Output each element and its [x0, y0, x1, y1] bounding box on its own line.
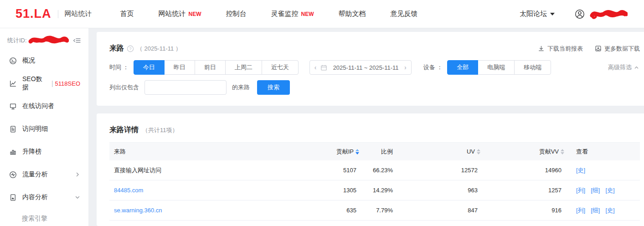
uv-value: 963	[397, 187, 481, 194]
ip-value: 1305	[292, 187, 360, 194]
svg-text:?: ?	[129, 46, 131, 51]
nav-item-feedback[interactable]: 意见反馈	[391, 10, 418, 18]
sort-icon	[355, 149, 359, 154]
sidebar-item-online-visitors[interactable]: 在线访问者	[0, 95, 88, 118]
detail-doc-icon	[9, 125, 17, 133]
vv-value: 14960	[481, 167, 565, 174]
more-downloads-button[interactable]: 更多数据下载	[595, 45, 640, 53]
nav-item-stats[interactable]: 网站统计 NEW	[159, 10, 201, 18]
new-badge: NEW	[189, 11, 201, 17]
chevron-down-icon	[75, 195, 80, 200]
sidebar-collapse-icon[interactable]	[73, 37, 81, 44]
redacted-stat-id	[28, 35, 69, 46]
site-selector-dropdown[interactable]: 太阳论坛	[520, 10, 555, 18]
table-title: 来路详情	[109, 125, 139, 135]
gauge-icon	[9, 57, 17, 65]
divider	[58, 10, 58, 18]
seo-5118-link[interactable]: 5118SEO	[55, 80, 80, 87]
history-link[interactable]: [史]	[576, 166, 585, 175]
nav-item-monitor[interactable]: 灵雀监控 NEW	[271, 10, 314, 18]
uv-value: 12572	[397, 167, 481, 174]
time-option-yesterday[interactable]: 昨日	[164, 60, 195, 75]
logo[interactable]: 51.LA	[15, 7, 52, 21]
next-date-icon[interactable]: ›	[404, 64, 407, 71]
time-option-day-before[interactable]: 前日	[195, 60, 226, 75]
sidebar: 统计ID: 概况	[0, 28, 89, 226]
column-header-vv-sortable[interactable]: 贡献VV	[481, 148, 565, 156]
divider: |	[52, 80, 53, 87]
column-header-uv-sortable[interactable]: UV	[397, 148, 481, 155]
sort-icon	[477, 149, 480, 154]
pulse-icon	[9, 171, 17, 179]
nav-item-docs[interactable]: 帮助文档	[339, 10, 366, 18]
device-option-mobile[interactable]: 移动端	[514, 60, 551, 75]
table-header-row: 来路 贡献IP 比例 UV 贡献VV 查看	[109, 142, 640, 160]
help-icon[interactable]: ?	[127, 45, 134, 52]
sort-icon	[561, 149, 564, 154]
ratio-value: 66.23%	[360, 167, 397, 174]
device-option-all[interactable]: 全部	[447, 60, 478, 75]
ratio-value: 14.29%	[360, 187, 397, 194]
history-link[interactable]: [史]	[605, 186, 614, 195]
date-range-picker[interactable]: ‹ 2025-11-11 ~ 2025-11-11 ›	[309, 60, 412, 75]
bar-chart-icon	[9, 148, 17, 156]
referrer-search-input[interactable]	[144, 80, 227, 95]
detail-link[interactable]: [细]	[591, 206, 600, 215]
ip-value: 5107	[292, 167, 360, 174]
sidebar-item-seo[interactable]: SEO数据 | 5118SEO	[0, 72, 88, 95]
sidebar-menu: 概况 SEO数据 | 5118SEO 在线访问者	[0, 49, 88, 226]
search-button[interactable]: 搜索	[257, 80, 290, 95]
referrer-details-card: 来路详情 （共计11项） 来路 贡献IP 比例 UV 贡献VV	[97, 113, 644, 226]
time-filter-label: 时间 ：	[109, 63, 129, 72]
chevron-right-icon	[75, 172, 80, 177]
detail-link[interactable]: [细]	[591, 186, 600, 195]
line-chart-icon	[9, 80, 17, 87]
calendar-icon	[320, 64, 327, 71]
nav-item-home[interactable]: 首页	[120, 10, 134, 18]
time-option-today[interactable]: 今日	[134, 60, 165, 75]
column-header-view: 查看	[565, 148, 640, 156]
table-row: 84485.com 1305 14.29% 963 1257 [列] [细] […	[109, 180, 640, 200]
source-link[interactable]: se.warning.360.cn	[109, 207, 292, 214]
device-option-desktop[interactable]: 电脑端	[478, 60, 515, 75]
sidebar-item-ranking[interactable]: 升降榜	[0, 140, 88, 163]
nav-menu: 首页 网站统计 NEW 控制台 灵雀监控 NEW 帮助文档 意见反馈	[120, 10, 418, 18]
column-header-ratio: 比例	[360, 148, 397, 156]
sidebar-item-traffic-analysis[interactable]: 流量分析	[0, 163, 88, 186]
list-link[interactable]: [列]	[576, 206, 585, 215]
device-filter-group: 全部 电脑端 移动端	[447, 60, 551, 75]
column-header-source: 来路	[109, 148, 292, 156]
sidebar-item-visit-details[interactable]: 访问明细	[0, 118, 88, 140]
page-title: 来路	[109, 44, 124, 53]
history-link[interactable]: [史]	[605, 206, 614, 215]
nav-item-console[interactable]: 控制台	[226, 10, 247, 18]
sidebar-item-content-analysis[interactable]: 内容分析	[0, 186, 88, 209]
content-doc-icon	[9, 194, 17, 201]
table-row: 直接输入网址访问 5107 66.23% 12572 14960 [史]	[109, 160, 640, 180]
column-header-ip-sortable[interactable]: 贡献IP	[292, 148, 360, 156]
download-report-button[interactable]: 下载当前报表	[538, 45, 583, 53]
search-prefix-label: 列出仅包含	[109, 83, 139, 92]
prev-date-icon[interactable]: ‹	[314, 64, 317, 71]
box-download-icon	[595, 45, 602, 52]
time-option-last-tuesday[interactable]: 上周二	[225, 60, 262, 75]
vv-value: 916	[481, 207, 565, 214]
user-menu[interactable]	[575, 8, 628, 20]
product-label: 网站统计	[65, 10, 92, 18]
list-link[interactable]: [列]	[576, 186, 585, 195]
total-count: （共计11项）	[142, 126, 178, 134]
time-option-last-7-days[interactable]: 近七天	[262, 60, 299, 75]
sidebar-item-overview[interactable]: 概况	[0, 49, 88, 72]
advanced-filter-toggle[interactable]: 高级筛选	[608, 63, 639, 72]
new-badge: NEW	[301, 11, 314, 17]
stat-id-label: 统计ID:	[7, 36, 27, 45]
source-link[interactable]: 84485.com	[109, 187, 292, 194]
vv-value: 1257	[481, 187, 565, 194]
monitor-icon	[9, 103, 17, 110]
table-row: se.warning.360.cn 635 7.79% 847 916 [列] …	[109, 200, 640, 221]
source-name: 直接输入网址访问	[109, 166, 292, 175]
main-content: 来路 ? （ 2025-11-11 ） 下载当前报表	[89, 28, 644, 226]
uv-value: 847	[397, 207, 481, 214]
time-filter-group: 今日 昨日 前日 上周二 近七天	[134, 60, 299, 75]
sidebar-subitem-search-engine[interactable]: 搜索引擎	[0, 209, 88, 226]
